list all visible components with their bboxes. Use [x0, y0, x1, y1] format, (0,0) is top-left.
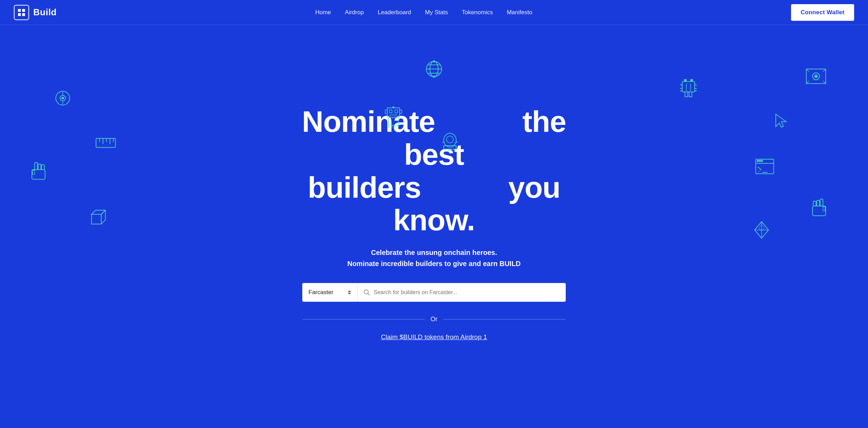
chevron-icon [348, 290, 351, 294]
svg-rect-22 [35, 163, 37, 170]
cube-icon [90, 209, 107, 225]
svg-rect-56 [817, 200, 819, 206]
eye-icon [806, 68, 826, 84]
search-box [358, 283, 566, 302]
nav-links: Home Airdrop Leaderboard My Stats Tokeno… [315, 9, 532, 16]
svg-line-39 [695, 84, 697, 86]
hero-title-line3: builders [308, 171, 421, 204]
svg-marker-70 [759, 224, 764, 231]
svg-rect-3 [22, 13, 25, 16]
divider-right [443, 319, 566, 319]
svg-line-64 [823, 69, 826, 72]
nav-item-my-stats[interactable]: My Stats [425, 9, 448, 16]
nav-item-home[interactable]: Home [315, 9, 331, 16]
svg-point-11 [56, 91, 70, 105]
chevron-up-icon [348, 290, 351, 292]
nav-item-manifesto[interactable]: Manifesto [507, 9, 532, 16]
svg-point-61 [813, 73, 819, 80]
svg-rect-37 [689, 92, 692, 97]
logo-icon [14, 5, 29, 20]
cd-icon [54, 89, 72, 107]
svg-line-38 [680, 84, 682, 86]
hero-subtitle-line2: Nominate incredible builders to give and… [347, 258, 521, 269]
nav-item-leaderboard[interactable]: Leaderboard [378, 9, 411, 16]
svg-rect-2 [22, 9, 25, 12]
ruler-icon [95, 134, 116, 152]
logo-text: Build [33, 7, 57, 18]
svg-line-50 [758, 170, 761, 172]
nav-item-tokenomics[interactable]: Tokenomics [462, 9, 493, 16]
navbar: Build Home Airdrop Leaderboard My Stats … [0, 0, 868, 25]
svg-marker-67 [755, 222, 769, 238]
platform-select-value: Farcaster [309, 289, 333, 296]
svg-line-43 [695, 91, 697, 91]
svg-line-63 [806, 69, 809, 72]
svg-rect-59 [823, 207, 825, 211]
svg-rect-52 [757, 160, 758, 162]
svg-rect-0 [18, 9, 21, 12]
hand-right-icon [809, 198, 826, 217]
svg-rect-33 [684, 79, 686, 82]
hero-title-line1: Nominate [302, 105, 435, 138]
cursor-icon [774, 113, 788, 129]
svg-rect-34 [691, 79, 693, 82]
nav-link-home[interactable]: Home [315, 9, 331, 16]
svg-rect-54 [761, 160, 763, 162]
svg-rect-60 [806, 69, 826, 84]
divider-left [302, 319, 425, 319]
svg-line-65 [806, 81, 809, 84]
claim-link[interactable]: Claim $BUILD tokens from Airdrop 1 [381, 333, 487, 341]
svg-point-4 [426, 61, 442, 77]
svg-rect-57 [813, 201, 816, 206]
svg-marker-46 [776, 114, 786, 127]
globe-icon [423, 58, 445, 80]
svg-rect-35 [682, 82, 695, 92]
search-input[interactable] [374, 283, 560, 302]
nav-link-airdrop[interactable]: Airdrop [345, 9, 364, 16]
nav-link-manifesto[interactable]: Manifesto [507, 9, 532, 16]
terminal-icon [755, 159, 774, 174]
search-icon [363, 289, 370, 296]
svg-rect-25 [32, 170, 45, 179]
nav-link-leaderboard[interactable]: Leaderboard [378, 9, 411, 16]
svg-point-5 [430, 61, 438, 77]
svg-rect-27 [92, 214, 101, 224]
bug-icon [679, 79, 698, 98]
or-divider: Or [302, 316, 566, 323]
search-svg [363, 289, 370, 296]
svg-rect-26 [33, 170, 35, 174]
svg-rect-47 [756, 159, 774, 174]
svg-line-90 [368, 293, 370, 295]
svg-point-12 [60, 95, 66, 101]
svg-line-32 [101, 220, 105, 224]
svg-rect-16 [96, 138, 115, 147]
diamond-icon [754, 221, 769, 239]
svg-rect-53 [759, 160, 761, 162]
svg-line-66 [823, 81, 826, 84]
svg-rect-9 [433, 61, 435, 62]
nav-item-airdrop[interactable]: Airdrop [345, 9, 364, 16]
svg-rect-58 [813, 206, 826, 216]
svg-rect-10 [433, 76, 435, 77]
svg-rect-24 [42, 165, 44, 170]
connect-wallet-button[interactable]: Connect Wallet [791, 4, 854, 21]
svg-rect-55 [820, 199, 823, 206]
svg-rect-1 [18, 13, 21, 16]
svg-point-62 [815, 75, 817, 78]
search-area: Farcaster [302, 283, 566, 302]
hero-subtitle-line1: Celebrate the unsung onchain heroes. [347, 247, 521, 258]
svg-point-13 [62, 97, 64, 99]
svg-rect-36 [685, 92, 688, 97]
or-label: Or [431, 316, 437, 323]
hero-subtitle: Celebrate the unsung onchain heroes. Nom… [347, 247, 521, 269]
svg-line-42 [680, 91, 682, 91]
nav-link-my-stats[interactable]: My Stats [425, 9, 448, 16]
hand-left-icon [31, 162, 49, 181]
svg-line-29 [101, 210, 105, 214]
svg-rect-23 [38, 164, 41, 170]
platform-select[interactable]: Farcaster [302, 283, 358, 302]
logo[interactable]: Build [14, 5, 57, 20]
nav-link-tokenomics[interactable]: Tokenomics [462, 9, 493, 16]
chevron-down-icon [348, 293, 351, 294]
hero-title: Nominate the bestbuilders you know. [278, 105, 590, 236]
